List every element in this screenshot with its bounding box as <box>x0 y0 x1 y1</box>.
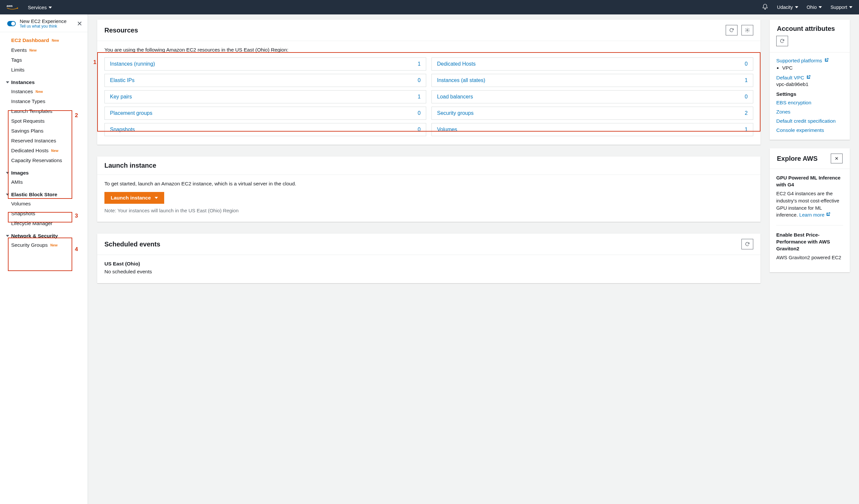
sidebar-section-elastic-block-store[interactable]: Elastic Block Store <box>0 187 88 199</box>
sidebar-item-capacity-reservations[interactable]: Capacity Reservations <box>0 156 88 166</box>
default-vpc-id: vpc-dab96eb1 <box>776 81 843 87</box>
explore-heading: GPU Powered ML Inference with G4 <box>776 174 843 188</box>
launch-instance-button[interactable]: Launch instance <box>104 192 164 204</box>
default-vpc-link[interactable]: Default VPC <box>776 75 811 81</box>
account-attributes-panel: Account attributes Supported platforms V… <box>770 20 850 140</box>
settings-link-console-experiments[interactable]: Console experiments <box>776 127 843 133</box>
resource-link[interactable]: Security groups <box>437 110 473 116</box>
aws-logo[interactable]: aws <box>6 4 19 11</box>
resource-link[interactable]: Snapshots <box>110 127 135 132</box>
resources-panel: Resources You are using the following Am… <box>97 20 760 145</box>
close-button[interactable]: ✕ <box>831 154 843 163</box>
settings-link-default-credit-specification[interactable]: Default credit specification <box>776 118 843 124</box>
sidebar-item-ec2-dashboard[interactable]: EC2 DashboardNew <box>0 35 88 45</box>
sidebar-item-lifecycle-manager[interactable]: Lifecycle Manager <box>0 219 88 229</box>
resource-load-balancers[interactable]: Load balancers0 <box>432 90 753 104</box>
sidebar-section-network-security[interactable]: Network & Security <box>0 229 88 240</box>
sidebar-item-volumes[interactable]: Volumes <box>0 199 88 209</box>
settings-button[interactable] <box>741 25 753 35</box>
resource-volumes[interactable]: Volumes1 <box>432 123 753 136</box>
sidebar-item-launch-templates[interactable]: Launch Templates <box>0 106 88 116</box>
resource-instances-all-states-[interactable]: Instances (all states)1 <box>432 74 753 87</box>
resource-dedicated-hosts[interactable]: Dedicated Hosts0 <box>432 58 753 70</box>
sidebar-item-instance-types[interactable]: Instance Types <box>0 96 88 106</box>
notifications-icon[interactable] <box>762 4 768 11</box>
refresh-button[interactable] <box>726 25 738 35</box>
resource-link[interactable]: Dedicated Hosts <box>437 61 476 67</box>
resources-intro: You are using the following Amazon EC2 r… <box>104 47 753 53</box>
caret-down-icon <box>849 4 853 10</box>
sidebar-item-reserved-instances[interactable]: Reserved Instances <box>0 136 88 146</box>
sidebar: New EC2 Experience Tell us what you thin… <box>0 14 88 504</box>
resource-elastic-ips[interactable]: Elastic IPs0 <box>104 74 426 87</box>
refresh-button[interactable] <box>741 239 753 249</box>
resource-count: 1 <box>418 61 421 67</box>
resource-count: 1 <box>745 77 748 83</box>
sidebar-item-spot-requests[interactable]: Spot Requests <box>0 116 88 126</box>
close-icon[interactable]: ✕ <box>77 20 82 28</box>
new-badge: New <box>51 148 58 153</box>
new-experience-title: New EC2 Experience <box>20 18 67 24</box>
sidebar-item-security-groups[interactable]: Security GroupsNew <box>0 240 88 250</box>
account-attributes-title: Account attributes <box>777 25 835 32</box>
resource-link[interactable]: Load balancers <box>437 94 473 100</box>
sidebar-section-images[interactable]: Images <box>0 166 88 177</box>
explore-item: Enable Best Price-Performance with AWS G… <box>776 230 843 266</box>
sidebar-item-events[interactable]: EventsNew <box>0 45 88 55</box>
sidebar-item-instances[interactable]: InstancesNew <box>0 86 88 96</box>
support-menu[interactable]: Support <box>830 4 853 10</box>
resource-count: 1 <box>745 127 748 132</box>
settings-link-zones[interactable]: Zones <box>776 109 843 115</box>
sidebar-item-amis[interactable]: AMIs <box>0 177 88 187</box>
launch-description: To get started, launch an Amazon EC2 ins… <box>104 181 753 187</box>
services-label: Services <box>28 4 47 10</box>
scheduled-message: No scheduled events <box>104 269 753 274</box>
sidebar-item-savings-plans[interactable]: Savings Plans <box>0 126 88 136</box>
scheduled-title: Scheduled events <box>104 240 160 248</box>
chevron-down-icon <box>6 234 9 238</box>
sidebar-item-tags[interactable]: Tags <box>0 55 88 65</box>
new-badge: New <box>50 243 58 247</box>
resource-count: 0 <box>418 110 421 116</box>
launch-title: Launch instance <box>104 162 156 169</box>
region-menu[interactable]: Ohio <box>807 4 822 10</box>
resource-link[interactable]: Elastic IPs <box>110 77 135 83</box>
refresh-button[interactable] <box>776 36 788 46</box>
support-label: Support <box>830 4 847 10</box>
vpc-bullet: VPC <box>782 65 843 71</box>
chevron-down-icon <box>6 193 9 196</box>
settings-link-ebs-encryption[interactable]: EBS encryption <box>776 100 843 106</box>
resource-placement-groups[interactable]: Placement groups0 <box>104 107 426 120</box>
launch-instance-panel: Launch instance To get started, launch a… <box>97 157 760 222</box>
new-experience-toggle[interactable] <box>7 21 16 26</box>
services-menu[interactable]: Services <box>28 4 52 10</box>
top-nav: aws Services Udacity Ohio Support <box>0 0 859 14</box>
resource-key-pairs[interactable]: Key pairs1 <box>104 90 426 104</box>
sidebar-item-limits[interactable]: Limits <box>0 65 88 75</box>
account-menu[interactable]: Udacity <box>777 4 798 10</box>
resource-count: 0 <box>418 77 421 83</box>
resource-link[interactable]: Instances (running) <box>110 61 155 67</box>
resource-link[interactable]: Volumes <box>437 127 457 132</box>
supported-platforms-link[interactable]: Supported platforms <box>776 58 829 64</box>
svg-text:aws: aws <box>6 4 13 7</box>
resource-link[interactable]: Key pairs <box>110 94 132 100</box>
resource-count: 1 <box>418 94 421 100</box>
resource-link[interactable]: Instances (all states) <box>437 77 485 83</box>
sidebar-item-dedicated-hosts[interactable]: Dedicated HostsNew <box>0 146 88 156</box>
new-badge: New <box>29 48 36 52</box>
sidebar-section-instances[interactable]: Instances <box>0 75 88 86</box>
resource-security-groups[interactable]: Security groups2 <box>432 107 753 120</box>
explore-aws-panel: Explore AWS ✕ GPU Powered ML Inference w… <box>770 148 850 272</box>
new-experience-banner: New EC2 Experience Tell us what you thin… <box>0 14 88 32</box>
caret-down-icon <box>819 4 822 10</box>
resource-instances-running-[interactable]: Instances (running)1 <box>104 58 426 70</box>
external-link-icon <box>824 58 829 64</box>
resource-snapshots[interactable]: Snapshots0 <box>104 123 426 136</box>
chevron-down-icon <box>6 171 9 175</box>
sidebar-item-snapshots[interactable]: Snapshots <box>0 209 88 219</box>
new-experience-feedback-link[interactable]: Tell us what you think <box>20 24 67 29</box>
learn-more-link[interactable]: Learn more <box>799 211 830 219</box>
account-label: Udacity <box>777 4 793 10</box>
resource-link[interactable]: Placement groups <box>110 110 152 116</box>
